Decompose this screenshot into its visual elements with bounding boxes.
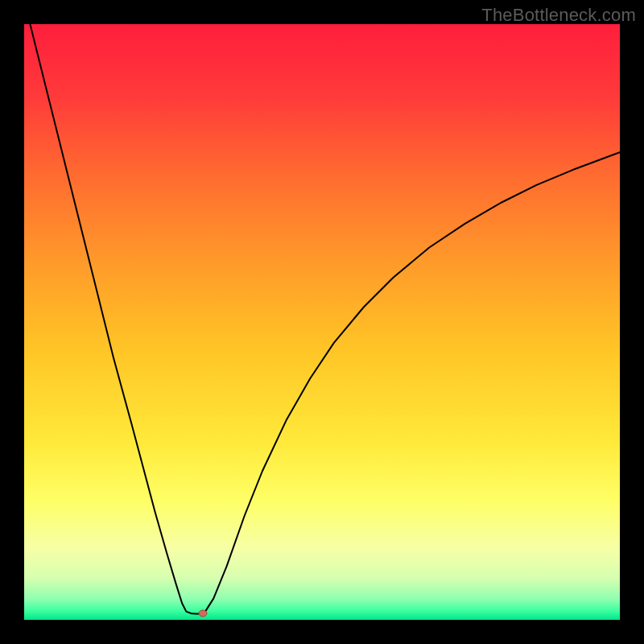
chart-frame: TheBottleneck.com bbox=[0, 0, 644, 644]
plot-area bbox=[24, 24, 620, 620]
watermark-text: TheBottleneck.com bbox=[481, 5, 636, 26]
bottleneck-curve bbox=[30, 24, 620, 614]
curve-layer bbox=[24, 24, 620, 620]
optimal-point-marker bbox=[199, 610, 207, 617]
